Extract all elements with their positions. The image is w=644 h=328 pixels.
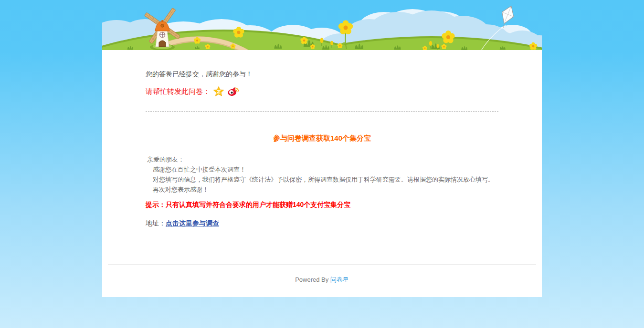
address-row: 地址：点击这里参与调查 bbox=[146, 220, 498, 227]
weibo-icon bbox=[227, 86, 239, 97]
promo-line: 对您填写的信息，我们将严格遵守《统计法》予以保密，所得调查数据仅用于科学研究需要… bbox=[146, 174, 498, 184]
promo-title: 参与问卷调查获取140个集分宝 bbox=[146, 134, 498, 142]
landscape-scene bbox=[102, 0, 542, 50]
promo-line: 感谢您在百忙之中接受本次调查！ bbox=[146, 164, 498, 174]
wjx-brand-link[interactable]: 问卷星 bbox=[330, 276, 349, 283]
content-card: 您的答卷已经提交，感谢您的参与！ 请帮忙转发此问卷： bbox=[102, 50, 542, 297]
card-footer: Powered By 问卷星 bbox=[108, 265, 536, 297]
dashed-divider bbox=[146, 111, 498, 112]
share-row: 请帮忙转发此问卷： bbox=[146, 85, 498, 98]
submitted-message: 您的答卷已经提交，感谢您的参与！ bbox=[146, 50, 498, 78]
qzone-icon bbox=[213, 86, 224, 97]
promo-line: 再次对您表示感谢！ bbox=[146, 184, 498, 195]
page-column: 您的答卷已经提交，感谢您的参与！ 请帮忙转发此问卷： bbox=[102, 0, 542, 297]
promo-greeting: 亲爱的朋友： bbox=[146, 154, 498, 164]
promo-hint: 提示：只有认真填写并符合合要求的用户才能获赠140个支付宝集分宝 bbox=[146, 201, 498, 208]
share-prompt: 请帮忙转发此问卷： bbox=[146, 85, 210, 98]
qzone-share-button[interactable] bbox=[213, 86, 224, 97]
powered-by-label: Powered By bbox=[295, 276, 328, 283]
powered-by-row: Powered By 问卷星 bbox=[108, 276, 536, 284]
weibo-share-button[interactable] bbox=[227, 86, 239, 97]
promo-body: 亲爱的朋友： 感谢您在百忙之中接受本次调查！ 对您填写的信息，我们将严格遵守《统… bbox=[146, 154, 498, 195]
footer-divider bbox=[108, 265, 536, 265]
header-illustration bbox=[102, 0, 542, 50]
survey-link[interactable]: 点击这里参与调查 bbox=[166, 219, 219, 227]
address-label: 地址： bbox=[146, 219, 166, 227]
